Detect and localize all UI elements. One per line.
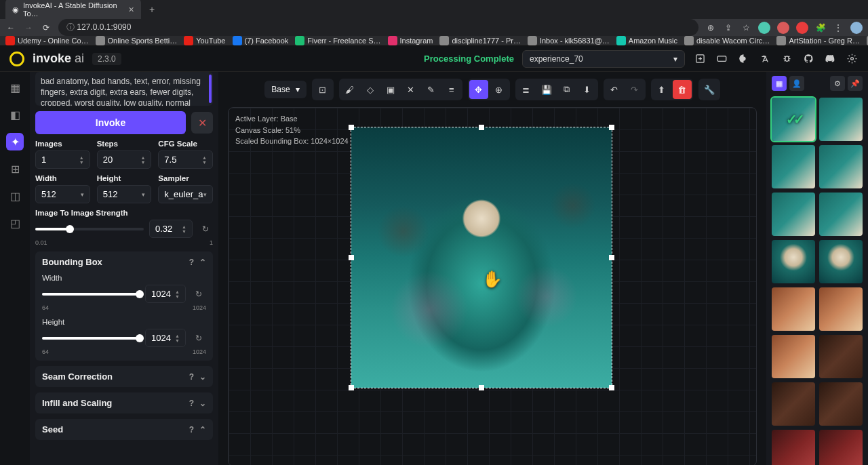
nav-canvas-icon[interactable]: ✦: [6, 133, 24, 150]
resize-handle[interactable]: [609, 125, 614, 130]
reset-icon[interactable]: ↻: [198, 224, 213, 234]
accordion-toggle[interactable]: Seed?⌃: [42, 424, 206, 434]
model-selector[interactable]: experience_70 ▾: [522, 50, 685, 68]
resize-handle[interactable]: [349, 125, 354, 130]
gallery-user-icon[interactable]: 👤: [789, 76, 804, 91]
accordion-toggle[interactable]: Bounding Box ?⌃: [42, 257, 206, 267]
gallery-thumbnail[interactable]: [772, 193, 815, 236]
bbox-width-input[interactable]: 1024▲▼: [145, 285, 186, 303]
bookmark-item[interactable]: YouTube: [184, 36, 225, 45]
download-icon[interactable]: ⬇: [578, 80, 597, 99]
bug-icon[interactable]: [780, 52, 793, 66]
gallery-thumbnail[interactable]: [772, 382, 815, 426]
gallery-thumbnail[interactable]: [819, 240, 863, 283]
resize-handle[interactable]: [479, 385, 484, 390]
gallery-thumbnail[interactable]: [819, 98, 863, 141]
redo-icon[interactable]: ↷: [625, 80, 644, 99]
bookmark-item[interactable]: Amazon Music: [616, 36, 677, 45]
bookmark-item[interactable]: Fiverr - Freelance S…: [295, 36, 380, 45]
reset-icon[interactable]: ↻: [191, 333, 206, 343]
share-icon[interactable]: ⇪: [723, 23, 734, 33]
accordion-toggle[interactable]: Infill and Scaling?⌄: [42, 398, 206, 408]
ext-icon-2[interactable]: [777, 22, 789, 34]
colorpicker-icon[interactable]: ✎: [422, 80, 441, 99]
bbox-width-slider[interactable]: [42, 293, 140, 296]
zoom-icon[interactable]: ⊕: [705, 23, 716, 33]
profile-avatar[interactable]: [850, 22, 863, 34]
images-input[interactable]: 1▲▼: [35, 150, 90, 169]
i2i-slider[interactable]: [35, 228, 144, 230]
upload-icon[interactable]: [693, 52, 707, 66]
eraser-icon[interactable]: ◇: [361, 80, 380, 99]
ext-icon-3[interactable]: [796, 22, 808, 34]
resize-handle[interactable]: [609, 385, 614, 390]
settings-icon[interactable]: [845, 52, 859, 66]
gallery-thumbnail[interactable]: [819, 430, 863, 465]
gallery-thumbnail[interactable]: [772, 240, 815, 283]
resize-handle[interactable]: [349, 385, 354, 390]
gallery-thumbnail[interactable]: [772, 335, 815, 378]
reset-view-icon[interactable]: ⊕: [490, 80, 509, 99]
fill-icon[interactable]: ▣: [381, 80, 400, 99]
new-tab-button[interactable]: +: [144, 4, 160, 15]
bookmark-star-icon[interactable]: ☆: [741, 23, 751, 33]
discord-icon[interactable]: [823, 52, 837, 66]
nav-nodes-icon[interactable]: ⊞: [6, 160, 24, 178]
gallery-thumbnail[interactable]: [819, 287, 863, 331]
tools-icon[interactable]: 🔧: [700, 80, 719, 99]
bookmark-item[interactable]: discipline1777 - Pr…: [439, 36, 521, 45]
extensions-icon[interactable]: 🧩: [815, 23, 826, 33]
gallery-settings-icon[interactable]: ⚙: [830, 76, 845, 91]
forward-button[interactable]: →: [23, 23, 34, 33]
stepper-icon[interactable]: ▲▼: [140, 155, 145, 165]
help-icon[interactable]: ?: [189, 399, 194, 408]
gallery-thumbnail[interactable]: [819, 193, 863, 236]
canvas-viewport[interactable]: Active Layer: Base Canvas Scale: 51% Sca…: [228, 107, 757, 465]
negative-prompt-textarea[interactable]: bad anatomy, bad hands, text, error, mis…: [35, 72, 213, 106]
gallery-pin-icon[interactable]: 📌: [848, 76, 863, 91]
resize-handle[interactable]: [479, 125, 484, 130]
help-icon[interactable]: ?: [189, 425, 194, 434]
bookmark-item[interactable]: Udemy - Online Co…: [5, 36, 89, 45]
brush-icon[interactable]: 🖌: [340, 80, 359, 99]
move-tool-icon[interactable]: ✥: [469, 80, 488, 99]
bbox-height-slider[interactable]: [42, 337, 140, 340]
browser-tab-active[interactable]: ◉ InvokeAI - A Stable Diffusion To… ✕: [5, 0, 141, 20]
clear-icon[interactable]: ✕: [401, 80, 420, 99]
cancel-button[interactable]: ✕: [191, 112, 213, 134]
gallery-thumbnail[interactable]: [819, 335, 863, 378]
gallery-thumbnail[interactable]: [772, 287, 815, 331]
tab-close-icon[interactable]: ✕: [128, 5, 134, 14]
resize-handle[interactable]: [349, 255, 354, 260]
gallery-thumbnail[interactable]: [772, 145, 815, 188]
stepper-icon[interactable]: ▲▼: [79, 155, 84, 165]
github-icon[interactable]: [802, 52, 815, 66]
back-button[interactable]: ←: [5, 23, 16, 33]
settings-lines-icon[interactable]: ≡: [442, 80, 461, 99]
ext-icon-1[interactable]: [758, 22, 770, 34]
keyboard-icon[interactable]: [715, 52, 728, 66]
cfg-input[interactable]: 7.5▲▼: [158, 150, 213, 169]
gallery-thumbnail[interactable]: [819, 382, 863, 426]
url-input[interactable]: ⓘ 127.0.0.1:9090: [58, 19, 698, 36]
copy-icon[interactable]: ⧉: [557, 80, 576, 99]
nav-txt2img-icon[interactable]: ▦: [6, 79, 24, 96]
bookmark-item[interactable]: (7) Facebook: [233, 36, 289, 45]
stepper-icon[interactable]: ▲▼: [202, 155, 207, 165]
reload-button[interactable]: ⟳: [41, 23, 52, 33]
gallery-thumbnail[interactable]: [772, 98, 815, 141]
invoke-button[interactable]: Invoke: [35, 111, 186, 134]
resize-handle[interactable]: [609, 255, 614, 260]
gallery-grid-icon[interactable]: ▦: [772, 76, 787, 91]
bookmark-item[interactable]: Inbox - klk56831@…: [528, 36, 610, 45]
bbox-height-input[interactable]: 1024▲▼: [145, 329, 186, 347]
merge-icon[interactable]: ⊡: [313, 80, 332, 99]
nav-img2img-icon[interactable]: ◧: [6, 106, 24, 123]
height-select[interactable]: 512▾: [97, 185, 152, 203]
nav-training-icon[interactable]: ◰: [6, 214, 24, 232]
undo-icon[interactable]: ↶: [605, 80, 624, 99]
bookmark-item[interactable]: Online Sports Betti…: [96, 36, 178, 45]
gallery-thumbnail[interactable]: [819, 145, 863, 188]
nav-postprocess-icon[interactable]: ◫: [6, 187, 24, 205]
help-icon[interactable]: ?: [189, 372, 194, 382]
